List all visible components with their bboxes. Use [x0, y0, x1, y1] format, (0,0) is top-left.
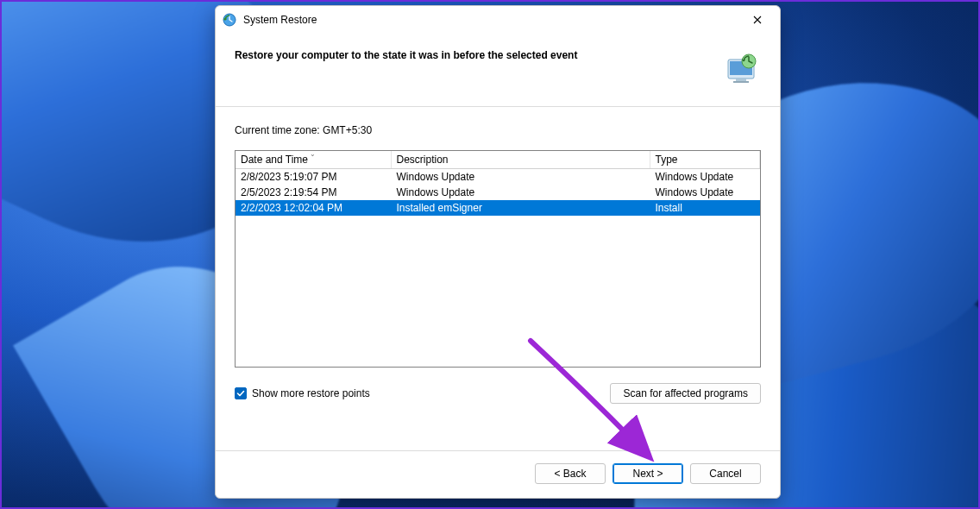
below-table-row: Show more restore points Scan for affect…	[235, 383, 761, 404]
cell-type: Windows Update	[650, 169, 760, 185]
restore-points-table[interactable]: Date and Time ⌄ Description Type 2/8/202…	[235, 150, 761, 368]
cell-type: Install	[650, 200, 760, 216]
page-heading: Restore your computer to the state it wa…	[235, 49, 713, 61]
cell-date: 2/8/2023 5:19:07 PM	[236, 169, 391, 185]
cell-date: 2/2/2023 12:02:04 PM	[236, 200, 391, 216]
table-row-empty	[236, 231, 760, 247]
footer-buttons: < Back Next > Cancel	[216, 450, 780, 498]
close-icon	[753, 16, 762, 24]
system-restore-icon	[223, 13, 236, 27]
table-row-empty	[236, 262, 760, 278]
table-row-empty	[236, 309, 760, 324]
next-button[interactable]: Next >	[612, 463, 683, 484]
checkbox-icon	[235, 387, 247, 399]
table-row-empty	[236, 278, 760, 293]
window-title: System Restore	[243, 14, 317, 26]
table-row-empty	[236, 355, 760, 368]
svg-rect-3	[736, 79, 746, 81]
column-header-description[interactable]: Description	[391, 151, 650, 169]
body-section: Current time zone: GMT+5:30 Date and Tim…	[216, 107, 780, 450]
close-button[interactable]	[738, 7, 776, 33]
show-more-checkbox[interactable]: Show more restore points	[235, 387, 370, 399]
restore-monitor-icon	[723, 49, 761, 87]
table-row-empty	[236, 324, 760, 340]
header-section: Restore your computer to the state it wa…	[216, 34, 780, 107]
cell-description: Windows Update	[391, 169, 650, 185]
table-row[interactable]: 2/8/2023 5:19:07 PMWindows UpdateWindows…	[236, 169, 760, 185]
column-header-date[interactable]: Date and Time ⌄	[236, 151, 391, 169]
table-row-empty	[236, 293, 760, 309]
system-restore-dialog: System Restore Restore your computer to …	[215, 5, 781, 499]
titlebar[interactable]: System Restore	[216, 6, 780, 34]
cell-date: 2/5/2023 2:19:54 PM	[236, 185, 391, 200]
column-header-type[interactable]: Type	[650, 151, 760, 169]
cancel-button[interactable]: Cancel	[690, 463, 761, 484]
table-row-empty	[236, 216, 760, 231]
table-row[interactable]: 2/2/2023 12:02:04 PMInstalled emSignerIn…	[236, 200, 760, 216]
cell-type: Windows Update	[650, 185, 760, 200]
scan-affected-button[interactable]: Scan for affected programs	[610, 383, 761, 404]
table-row-empty	[236, 340, 760, 355]
timezone-label: Current time zone: GMT+5:30	[235, 124, 761, 136]
back-button[interactable]: < Back	[535, 463, 606, 484]
svg-rect-4	[733, 81, 749, 83]
cell-description: Windows Update	[391, 185, 650, 200]
sort-descending-icon: ⌄	[310, 150, 316, 158]
table-row[interactable]: 2/5/2023 2:19:54 PMWindows UpdateWindows…	[236, 185, 760, 200]
cell-description: Installed emSigner	[391, 200, 650, 216]
checkbox-label: Show more restore points	[252, 387, 370, 399]
table-row-empty	[236, 247, 760, 262]
